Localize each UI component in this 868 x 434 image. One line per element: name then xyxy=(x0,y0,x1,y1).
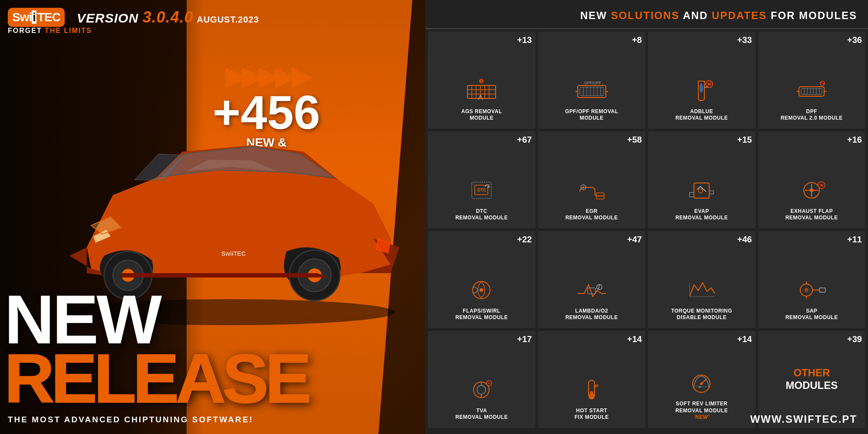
badge-ags: +13 xyxy=(517,35,532,45)
header: Swii TEC VERSION 3.0.4.0AUGUST.2023 xyxy=(8,8,259,27)
badge-torque: +46 xyxy=(737,235,752,245)
label-egr: EGRREMOVAL MODULE xyxy=(566,208,618,222)
label-dpf: DPFREMOVAL 2.0 MODULE xyxy=(781,108,843,122)
badge-dpf: +36 xyxy=(847,35,862,45)
tagline: FORGET THE LIMITS xyxy=(8,27,92,35)
other-modules-text: OTHER MODULES xyxy=(786,367,838,392)
svg-text:SwiiTEC: SwiiTEC xyxy=(221,250,246,257)
svg-rect-49 xyxy=(694,183,709,198)
svg-point-52 xyxy=(810,189,813,192)
icon-dpf xyxy=(794,78,829,104)
logo-box: Swii TEC xyxy=(8,8,65,27)
icon-gpf: GPF/OPF xyxy=(574,78,609,104)
label-dtc: DTCREMOVAL MODULE xyxy=(455,208,508,222)
icon-softrev: N xyxy=(684,370,719,396)
module-card-sap: +11 SAPREMOVAL MODULE xyxy=(758,231,866,328)
svg-rect-64 xyxy=(819,288,825,292)
svg-line-41 xyxy=(821,82,824,84)
version-text: VERSION 3.0.4.0AUGUST.2023 xyxy=(73,8,259,26)
other-label-line2: MODULES xyxy=(786,379,838,391)
new-release-area: NEW RELEASE xyxy=(4,290,308,408)
icon-dtc: DTC xyxy=(464,178,499,204)
badge-other: +39 xyxy=(847,334,862,344)
badge-tva: +17 xyxy=(517,334,532,344)
icon-hotstart xyxy=(574,377,609,403)
badge-softrev: +14 xyxy=(737,334,752,344)
badge-flaps: +22 xyxy=(517,235,532,245)
svg-text:GPF/OPF: GPF/OPF xyxy=(584,81,602,85)
svg-rect-32 xyxy=(799,87,824,96)
badge-dtc: +67 xyxy=(517,135,532,145)
svg-line-69 xyxy=(488,382,490,384)
module-card-hotstart: +14 HOT STARTFIX MODULE xyxy=(538,331,646,428)
module-card-adblue: +33 ADBLUEREMOVAL MODULE xyxy=(648,32,756,129)
icon-adblue xyxy=(684,78,719,104)
badge-evap: +15 xyxy=(737,135,752,145)
badge-lambda: +47 xyxy=(627,235,642,245)
label-hotstart: HOT STARTFIX MODULE xyxy=(575,408,609,421)
logo-swift: Swii xyxy=(12,10,36,24)
updates-highlight: UPDATES xyxy=(712,10,767,21)
label-flaps: FLAPS/SWIRLREMOVAL MODULE xyxy=(455,308,508,321)
svg-line-60 xyxy=(598,285,599,290)
badge-exhaust: +16 xyxy=(847,135,862,145)
module-card-lambda: +47 LAMBDA/O2REMOVAL MODULE xyxy=(538,231,646,328)
module-card-egr: +58 EGRREMOVAL MODULE xyxy=(538,131,646,228)
module-card-ags: +13 AGS REMOVALMODULE xyxy=(428,32,536,129)
icon-torque xyxy=(684,277,719,303)
solutions-highlight: SOLUTIONS xyxy=(611,10,680,21)
label-ags: AGS REMOVALMODULE xyxy=(461,108,502,122)
module-card-evap: +15 EVAPREMOVAL MODULE xyxy=(648,131,756,228)
label-adblue: ADBLUEREMOVAL MODULE xyxy=(675,108,728,122)
label-exhaust: EXHAUST FLAPREMOVAL MODULE xyxy=(786,208,838,222)
icon-egr xyxy=(574,178,609,204)
label-lambda: LAMBDA/O2REMOVAL MODULE xyxy=(566,308,618,321)
label-torque: TORQUE MONITORINGDISABLE MODULE xyxy=(671,308,732,321)
modules-header-text: NEW SOLUTIONS AND UPDATES FOR MODULES xyxy=(436,10,857,22)
module-card-flaps: +22 FLAPS/SWIRLREMOVAL MODULE xyxy=(428,231,536,328)
modules-grid: +13 AGS REMOVALMODULE xyxy=(425,29,868,431)
badge-adblue: +33 xyxy=(737,35,752,45)
module-card-gpf: +8 GPF/OPF GPF/OPF REMOVALMODULE xyxy=(538,32,646,129)
icon-flaps xyxy=(464,277,499,303)
svg-point-67 xyxy=(477,385,486,394)
release-text: RELEASE xyxy=(4,349,308,408)
modules-section: NEW SOLUTIONS AND UPDATES FOR MODULES +1… xyxy=(425,0,868,434)
badge-sap: +11 xyxy=(847,235,862,245)
badge-gpf: +8 xyxy=(632,35,642,45)
label-tva: TVAREMOVAL MODULE xyxy=(455,408,508,421)
svg-point-50 xyxy=(698,189,703,193)
svg-point-57 xyxy=(480,288,483,292)
svg-point-65 xyxy=(804,288,809,292)
icon-tva xyxy=(464,377,499,403)
subtitle: THE MOST ADVANCED CHIPTUNING SOFTWARE! xyxy=(8,415,253,424)
other-label-line1: OTHER xyxy=(793,367,830,379)
label-evap: EVAPREMOVAL MODULE xyxy=(675,208,728,222)
module-card-softrev: +14 N SOFT REV LIMITERREMOVAL MODULE'NEW… xyxy=(648,331,756,428)
modules-header: NEW SOLUTIONS AND UPDATES FOR MODULES xyxy=(425,0,868,29)
website-url: WWW.SWIFTEC.PT xyxy=(750,413,857,425)
label-sap: SAPREMOVAL MODULE xyxy=(786,308,838,321)
badge-hotstart: +14 xyxy=(627,334,642,344)
icon-ags xyxy=(464,78,499,104)
svg-text:DTC: DTC xyxy=(477,188,487,193)
icon-lambda xyxy=(574,277,609,303)
label-gpf: GPF/OPF REMOVALMODULE xyxy=(565,108,618,122)
module-card-tva: +17 TVAREMOVAL MODULE xyxy=(428,331,536,428)
label-softrev: SOFT REV LIMITERREMOVAL MODULE'NEW' xyxy=(675,401,728,421)
module-card-dtc: +67 DTC DTCREMOVAL MODULE xyxy=(428,131,536,228)
module-card-dpf: +36 DPFREMOVAL 2.0 MODULE xyxy=(758,32,866,129)
arrow-decoration: ▶▶▶▶▶ xyxy=(213,65,320,88)
logo-tec: TEC xyxy=(37,10,60,24)
module-card-exhaust: +16 EXHAUST FLAPREMOVAL MODULE xyxy=(758,131,866,228)
icon-evap xyxy=(684,178,719,204)
new-badge: 'NEW' xyxy=(694,414,710,420)
icon-sap xyxy=(794,277,829,303)
badge-egr: +58 xyxy=(627,135,642,145)
tagline-highlight: THE LIMITS xyxy=(45,27,92,34)
version-area: VERSION 3.0.4.0AUGUST.2023 xyxy=(73,8,259,26)
icon-exhaust xyxy=(794,178,829,204)
module-card-torque: +46 TORQUE MONITORINGDISABLE MODULE xyxy=(648,231,756,328)
